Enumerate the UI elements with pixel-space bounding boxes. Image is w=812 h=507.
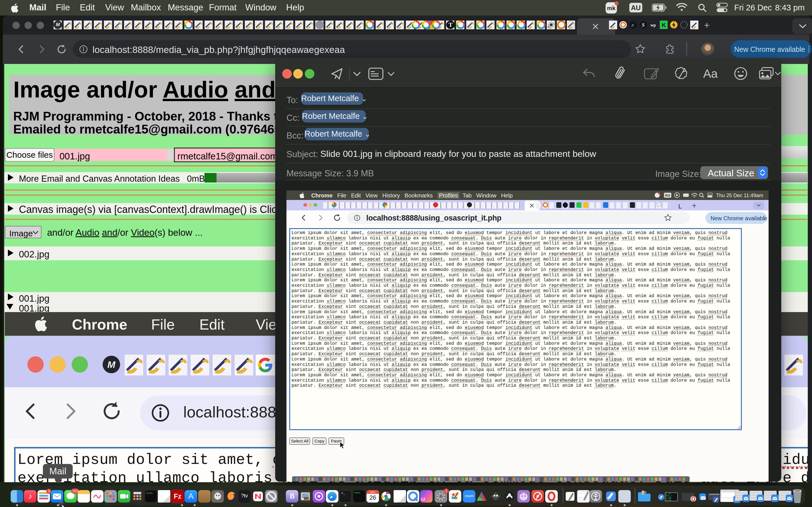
svg-text:AU: AU <box>665 193 670 198</box>
svg-text:wp: wp <box>651 23 656 27</box>
svg-text:S: S <box>642 22 645 28</box>
svg-text:K: K <box>662 22 666 28</box>
svg-text:♫: ♫ <box>631 22 634 27</box>
